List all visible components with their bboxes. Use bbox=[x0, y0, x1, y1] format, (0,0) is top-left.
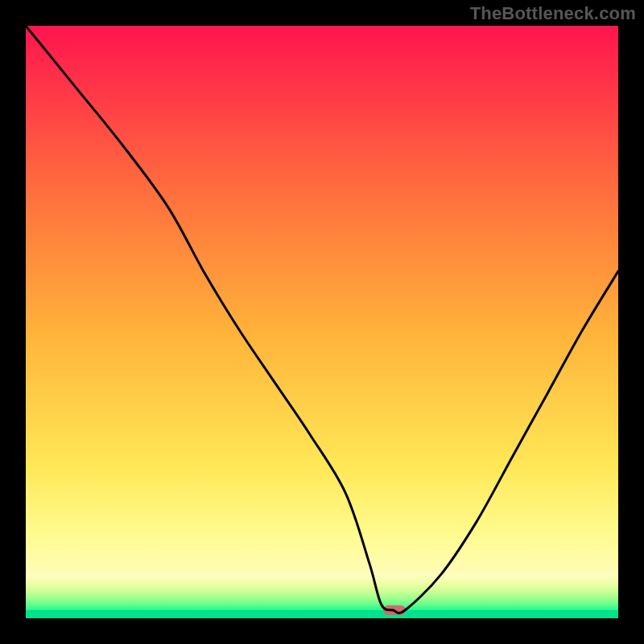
chart-frame: TheBottleneck.com bbox=[0, 0, 644, 644]
plot-baseline-strip bbox=[26, 610, 618, 618]
plot-background-lower bbox=[26, 573, 618, 615]
watermark-text: TheBottleneck.com bbox=[470, 3, 636, 24]
plot-background-upper bbox=[26, 26, 618, 589]
chart-svg bbox=[26, 26, 618, 618]
